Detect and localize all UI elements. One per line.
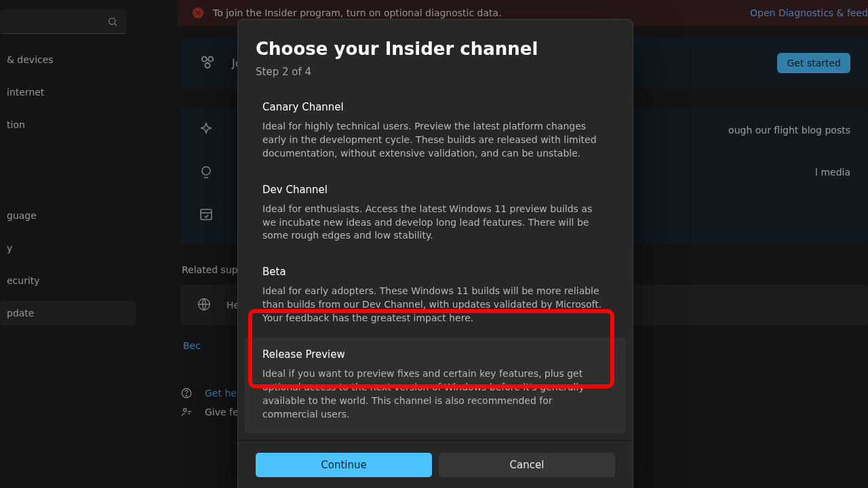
channel-option[interactable]: Dev ChannelIdeal for enthusiasts. Access… bbox=[245, 173, 626, 256]
dialog-separator bbox=[238, 440, 633, 441]
channel-title: Release Preview bbox=[262, 348, 608, 361]
dialog-title: Choose your Insider channel bbox=[238, 39, 633, 66]
channel-title: Beta bbox=[262, 266, 608, 278]
channel-title: Canary Channel bbox=[262, 101, 608, 113]
channel-description: Ideal if you want to preview fixes and c… bbox=[262, 367, 608, 422]
continue-button[interactable]: Continue bbox=[256, 453, 432, 477]
channel-option[interactable]: Canary ChannelIdeal for highly technical… bbox=[245, 90, 626, 173]
channel-option[interactable]: Release PreviewIdeal if you want to prev… bbox=[245, 338, 626, 434]
channel-description: Ideal for enthusiasts. Access the latest… bbox=[262, 203, 608, 243]
cancel-button[interactable]: Cancel bbox=[439, 453, 615, 477]
dialog-button-row: Continue Cancel bbox=[238, 453, 633, 477]
channel-option[interactable]: BetaIdeal for early adopters. These Wind… bbox=[245, 255, 626, 338]
channel-title: Dev Channel bbox=[262, 184, 608, 196]
dialog-step: Step 2 of 4 bbox=[238, 66, 633, 90]
channel-description: Ideal for early adopters. These Windows … bbox=[262, 285, 608, 325]
channel-description: Ideal for highly technical users. Previe… bbox=[262, 120, 608, 161]
insider-channel-dialog: Choose your Insider channel Step 2 of 4 … bbox=[237, 19, 633, 488]
